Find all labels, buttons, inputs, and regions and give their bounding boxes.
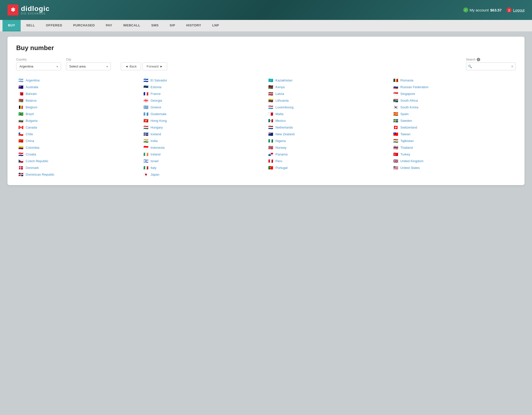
list-item[interactable]: 🇨🇱Chile <box>16 131 141 137</box>
search-input[interactable] <box>466 63 516 70</box>
list-item[interactable]: 🇦🇷Argentina <box>16 77 141 83</box>
list-item[interactable]: 🇨🇭Switzerland <box>391 124 516 131</box>
list-item[interactable]: 🇸🇪Sweden <box>391 118 516 124</box>
list-item[interactable]: 🇱🇹Lithuania <box>266 97 391 104</box>
country-flag: 🇨🇳 <box>18 139 24 143</box>
my-account-link[interactable]: ✓ My account $63.57 <box>463 7 502 12</box>
list-item[interactable]: 🇯🇵Japan <box>141 171 266 178</box>
nav-item-sip[interactable]: SIP <box>164 20 181 31</box>
country-name: United States <box>400 166 420 170</box>
list-item[interactable]: 🇬🇧United Kingdom <box>391 158 516 164</box>
list-item[interactable]: 🇵🇦Panama <box>266 151 391 157</box>
main-card: Buy number Country Argentina ▼ City Sele… <box>7 37 525 185</box>
list-item[interactable]: 🇮🇹Italy <box>141 165 266 171</box>
list-item[interactable]: 🇭🇷Croatia <box>16 151 141 157</box>
country-name: Kenya <box>275 85 285 89</box>
list-item[interactable]: 🇨🇿Czech Republic <box>16 158 141 164</box>
country-name: El Salvador <box>151 78 167 82</box>
list-item[interactable]: 🇧🇪Belgium <box>16 104 141 110</box>
list-item[interactable]: 🇷🇴Romania <box>391 77 516 83</box>
city-select[interactable]: Select area <box>66 63 111 70</box>
nav-item-sms[interactable]: SMS <box>146 20 164 31</box>
list-item[interactable]: 🇸🇬Singapore <box>391 91 516 97</box>
nav-item-lnp[interactable]: LNP <box>207 20 225 31</box>
list-item[interactable]: 🇬🇪Georgia <box>141 97 266 104</box>
back-button[interactable]: ◄ Back <box>121 63 141 70</box>
country-select[interactable]: Argentina <box>16 63 61 70</box>
list-item[interactable]: 🇨🇴Colombia <box>16 144 141 151</box>
list-item[interactable]: 🇵🇪Peru <box>266 158 391 164</box>
list-item[interactable]: 🇧🇾Belarus <box>16 97 141 104</box>
list-item[interactable]: 🇨🇳China <box>16 138 141 144</box>
list-item[interactable]: 🇪🇪Estonia <box>141 84 266 90</box>
country-name: Belarus <box>26 99 37 102</box>
country-name: Kazakhstan <box>275 78 292 82</box>
logout-button[interactable]: ✕ Logout <box>507 7 525 12</box>
list-item[interactable]: 🇳🇿New Zealand <box>266 131 391 137</box>
list-item[interactable]: 🇧🇷Brazil <box>16 111 141 117</box>
list-item[interactable]: 🇩🇰Denmark <box>16 165 141 171</box>
list-item[interactable]: 🇳🇱Netherlands <box>266 124 391 131</box>
country-name: Peru <box>275 159 282 163</box>
list-item[interactable]: 🇭🇺Hungary <box>141 124 266 131</box>
list-item[interactable]: 🇰🇪Kenya <box>266 84 391 90</box>
country-flag: 🇿🇦 <box>393 99 399 102</box>
nav-item-purchased[interactable]: PURCHASED <box>68 20 100 31</box>
list-item[interactable]: 🇮🇸Iceland <box>141 131 266 137</box>
city-control: City Select area ▼ <box>66 58 111 70</box>
search-label: Search <box>466 58 475 61</box>
list-item[interactable]: 🇮🇱Israel <box>141 158 266 164</box>
list-item[interactable]: 🇷🇺Russian Federation <box>391 84 516 90</box>
list-item[interactable]: 🇱🇺Luxembourg <box>266 104 391 110</box>
country-name: Luxembourg <box>275 105 293 109</box>
list-item[interactable]: 🇬🇹Guatemala <box>141 111 266 117</box>
list-item[interactable]: 🇹🇷Turkey <box>391 151 516 157</box>
nav-item-offered[interactable]: OFFERED <box>40 20 68 31</box>
search-wrapper: 🔍 ✕ <box>466 63 516 70</box>
list-item[interactable]: 🇹🇼Taiwan <box>391 131 516 137</box>
list-item[interactable]: 🇱🇻Latvia <box>266 91 391 97</box>
account-check-icon: ✓ <box>463 7 468 12</box>
logo-text: didlogic DID EXCHANGE <box>21 5 50 15</box>
list-item[interactable]: 🇮🇩Indonesia <box>141 144 266 151</box>
nav-item-webcall[interactable]: WEBCALL <box>118 20 146 31</box>
country-name: Thailand <box>400 146 413 149</box>
list-item[interactable]: 🇪🇸Spain <box>391 111 516 117</box>
nav-item-pay[interactable]: PAY <box>100 20 118 31</box>
country-name: Estonia <box>151 85 161 89</box>
list-item[interactable]: 🇲🇽Mexico <box>266 118 391 124</box>
page-title: Buy number <box>16 44 516 52</box>
city-select-wrapper[interactable]: Select area ▼ <box>66 63 111 70</box>
list-item[interactable]: 🇧🇭Bahrain <box>16 91 141 97</box>
nav-item-history[interactable]: HISTORY <box>181 20 207 31</box>
list-item[interactable]: 🇹🇯Tajikistan <box>391 138 516 144</box>
list-item[interactable]: 🇰🇿Kazakhstan <box>266 77 391 83</box>
list-item[interactable]: 🇲🇹Malta <box>266 111 391 117</box>
nav-item-sell[interactable]: SELL <box>21 20 40 31</box>
list-item[interactable]: 🇿🇦South Africa <box>391 97 516 104</box>
list-item[interactable]: 🇳🇴Norway <box>266 144 391 151</box>
list-item[interactable]: 🇵🇹Portugal <box>266 165 391 171</box>
list-item[interactable]: 🇸🇻El Salvador <box>141 77 266 83</box>
search-clear-icon[interactable]: ✕ <box>511 65 514 69</box>
country-flag: 🇪🇪 <box>143 85 149 89</box>
list-item[interactable]: 🇺🇸United States <box>391 165 516 171</box>
list-item[interactable]: 🇭🇰Hong Kong <box>141 118 266 124</box>
country-flag: 🇲🇽 <box>268 119 273 123</box>
country-flag: 🇬🇪 <box>143 99 149 102</box>
list-item[interactable]: 🇮🇳India <box>141 138 266 144</box>
forward-button[interactable]: Forward ► <box>142 63 167 70</box>
list-item[interactable]: 🇮🇪Ireland <box>141 151 266 157</box>
nav-item-buy[interactable]: BUY <box>2 20 21 31</box>
list-item[interactable]: 🇳🇬Nigeria <box>266 138 391 144</box>
list-item[interactable]: 🇹🇭Thailand <box>391 144 516 151</box>
list-item[interactable]: 🇫🇷France <box>141 91 266 97</box>
country-name: Canada <box>26 126 37 129</box>
list-item[interactable]: 🇦🇺Australia <box>16 84 141 90</box>
list-item[interactable]: 🇩🇴Dominican Republic <box>16 171 141 178</box>
country-select-wrapper[interactable]: Argentina ▼ <box>16 63 61 70</box>
list-item[interactable]: 🇬🇷Greece <box>141 104 266 110</box>
list-item[interactable]: 🇧🇬Bulgaria <box>16 118 141 124</box>
list-item[interactable]: 🇰🇷South Korea <box>391 104 516 110</box>
list-item[interactable]: 🇨🇦Canada <box>16 124 141 131</box>
